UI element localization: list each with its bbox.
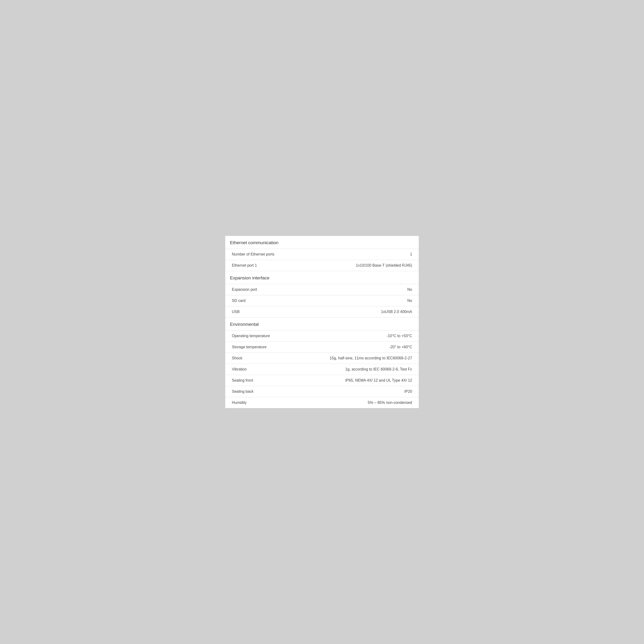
table-row: Shock15g, half-sine, 11ms according to I… (225, 353, 419, 364)
row-label: Ethernet port 1 (232, 263, 257, 268)
table-row: USB1xUSB 2.0 400mA (225, 306, 419, 317)
row-value: 1xUSB 2.0 400mA (381, 310, 412, 314)
table-row: Ethernet port 11x10/100 Base-T (shielded… (225, 260, 419, 271)
row-value: IP65, NEMA 4X/ 12 and UL Type 4X/ 12 (345, 378, 412, 383)
row-label: Storage temperature (232, 345, 267, 349)
row-label: Humidity (232, 401, 247, 405)
row-value: 5% – 85% non-condensed (368, 401, 412, 405)
row-value: IP20 (404, 389, 412, 394)
section-header-ethernet-communication: Ethernet communication (225, 236, 419, 249)
table-row: Operating temperature-10°C to +50°C (225, 330, 419, 341)
table-row: Number of Ethernet ports1 (225, 249, 419, 260)
table-row: Humidity5% – 85% non-condensed (225, 397, 419, 408)
row-label: Number of Ethernet ports (232, 252, 274, 256)
row-label: Operating temperature (232, 334, 270, 338)
table-row: Expansion portNo (225, 284, 419, 295)
row-value: -10°C to +50°C (387, 334, 412, 338)
row-value: No (407, 287, 412, 292)
row-label: Sealing front (232, 378, 253, 383)
section-header-expansion-interface: Expansion interface (225, 271, 419, 284)
table-row: Vibration1g, according to IEC 60068-2-6,… (225, 364, 419, 375)
row-label: USB (232, 310, 240, 314)
table-row: Storage temperature-20° to +60°C (225, 341, 419, 353)
row-value: -20° to +60°C (389, 345, 412, 349)
row-value: No (407, 299, 412, 303)
row-value: 1g, according to IEC 60068-2-6, Test Fc (345, 367, 412, 371)
table-row: Sealing frontIP65, NEMA 4X/ 12 and UL Ty… (225, 375, 419, 386)
table-row: Sealing backIP20 (225, 386, 419, 397)
row-value: 15g, half-sine, 11ms according to IEC600… (330, 356, 412, 360)
row-label: SD card (232, 299, 246, 303)
row-label: Expansion port (232, 287, 257, 292)
row-label: Vibration (232, 367, 247, 371)
row-label: Shock (232, 356, 242, 360)
section-header-environmental: Environmental (225, 317, 419, 330)
row-value: 1x10/100 Base-T (shielded RJ45) (356, 263, 412, 268)
row-label: Sealing back (232, 389, 254, 394)
table-row: SD cardNo (225, 295, 419, 306)
row-value: 1 (410, 252, 412, 256)
spec-card: Ethernet communicationNumber of Ethernet… (225, 236, 419, 408)
